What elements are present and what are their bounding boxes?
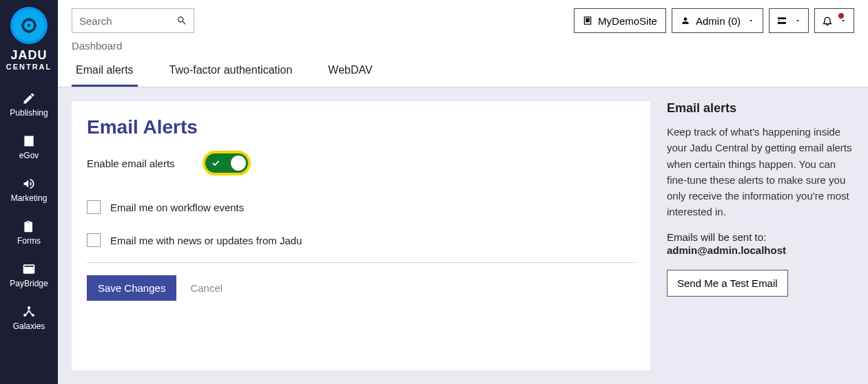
caret-down-icon <box>747 17 754 24</box>
email-alerts-card: Email Alerts Enable email alerts Email m… <box>72 101 650 370</box>
option-label: Email me on workflow events <box>110 202 244 213</box>
pencil-icon <box>22 92 36 105</box>
site-icon <box>583 16 592 25</box>
svg-rect-7 <box>588 21 590 22</box>
side-body: Keep track of what's happening inside yo… <box>667 124 854 220</box>
side-info: Email alerts Keep track of what's happen… <box>667 101 854 370</box>
logo-icon <box>10 7 48 44</box>
cancel-button[interactable]: Cancel <box>190 282 223 294</box>
storage-icon <box>776 15 787 26</box>
topbar-right: MyDemoSite Admin (0) <box>574 8 854 33</box>
sidebar-item-galaxies[interactable]: Galaxies <box>0 297 58 339</box>
toggle-knob <box>231 156 246 171</box>
search-icon <box>176 15 187 26</box>
breadcrumb[interactable]: Dashboard <box>58 33 868 52</box>
svg-rect-6 <box>586 21 588 22</box>
svg-rect-5 <box>588 19 590 20</box>
topbar: MyDemoSite Admin (0) <box>58 0 868 33</box>
sidebar-item-marketing[interactable]: Marketing <box>0 169 58 211</box>
sidebar-item-paybridge[interactable]: PayBridge <box>0 254 58 297</box>
building-icon <box>22 134 36 148</box>
card-icon <box>22 262 36 276</box>
check-icon <box>211 158 220 168</box>
sidebar-item-label: Publishing <box>10 108 48 118</box>
brand-line2: CENTRAL <box>6 63 52 71</box>
megaphone-icon <box>22 177 36 191</box>
tabs: Email alerts Two-factor authentication W… <box>58 52 868 87</box>
save-button[interactable]: Save Changes <box>87 275 176 301</box>
sidebar-item-publishing[interactable]: Publishing <box>0 83 58 126</box>
sidebar-item-label: Galaxies <box>13 321 45 331</box>
sidebar-item-forms[interactable]: Forms <box>0 211 58 254</box>
site-switcher[interactable]: MyDemoSite <box>574 8 666 33</box>
user-menu[interactable]: Admin (0) <box>672 8 763 33</box>
sidebar: JADU CENTRAL Publishing eGov Marketing <box>0 0 58 384</box>
caret-down-icon <box>794 17 801 24</box>
sent-to-label: Emails will be sent to: <box>667 231 854 243</box>
sidebar-item-label: PayBridge <box>10 279 48 288</box>
option-workflow: Email me on workflow events <box>87 191 635 224</box>
enable-toggle[interactable] <box>203 151 251 175</box>
sidebar-item-label: Marketing <box>11 193 48 203</box>
search-button[interactable] <box>169 8 194 33</box>
sidebar-item-label: eGov <box>19 151 39 160</box>
tab-email-alerts[interactable]: Email alerts <box>72 64 138 87</box>
notifications-menu[interactable] <box>814 8 854 33</box>
tab-two-factor[interactable]: Two-factor authentication <box>165 64 297 87</box>
tab-webdav[interactable]: WebDAV <box>324 64 376 87</box>
send-test-button[interactable]: Send Me a Test Email <box>667 270 788 297</box>
side-heading: Email alerts <box>667 101 854 116</box>
sidebar-nav: Publishing eGov Marketing Forms PayBridg… <box>0 83 58 339</box>
checkbox-workflow[interactable] <box>87 200 101 214</box>
recipient-email: admin@admin.localhost <box>667 244 854 256</box>
storage-menu[interactable] <box>769 8 809 33</box>
actions: Save Changes Cancel <box>87 275 635 301</box>
option-news: Email me with news or updates from Jadu <box>87 224 635 257</box>
network-icon <box>22 305 36 319</box>
sidebar-item-egov[interactable]: eGov <box>0 126 58 169</box>
user-icon <box>681 16 690 25</box>
search-wrap <box>72 8 194 33</box>
svg-point-0 <box>28 306 30 309</box>
brand-logo: JADU CENTRAL <box>6 7 52 71</box>
checkbox-news[interactable] <box>87 233 101 247</box>
card-title: Email Alerts <box>87 116 635 138</box>
option-label: Email me with news or updates from Jadu <box>110 235 302 246</box>
content-row: Email Alerts Enable email alerts Email m… <box>58 87 868 384</box>
user-label: Admin (0) <box>696 15 741 27</box>
enable-label: Enable email alerts <box>87 158 175 169</box>
notification-dot <box>838 13 844 19</box>
divider <box>87 262 635 263</box>
enable-row: Enable email alerts <box>87 151 635 175</box>
svg-rect-4 <box>586 19 588 20</box>
sidebar-item-label: Forms <box>17 236 41 246</box>
clipboard-icon <box>22 220 36 233</box>
main: MyDemoSite Admin (0) <box>58 0 868 384</box>
bell-icon <box>822 15 833 26</box>
site-label: MyDemoSite <box>598 15 657 27</box>
brand-line1: JADU <box>10 48 47 63</box>
